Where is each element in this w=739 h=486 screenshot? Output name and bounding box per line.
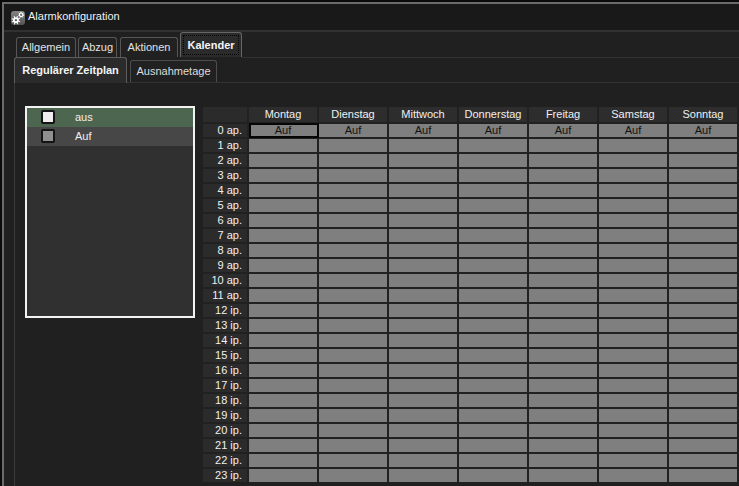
schedule-cell[interactable] <box>319 259 387 273</box>
schedule-cell[interactable] <box>319 274 387 288</box>
schedule-cell[interactable] <box>459 274 527 288</box>
schedule-cell[interactable] <box>599 169 667 183</box>
schedule-cell[interactable]: Auf <box>529 124 597 138</box>
schedule-cell[interactable] <box>459 319 527 333</box>
schedule-cell[interactable] <box>599 244 667 258</box>
schedule-cell[interactable] <box>599 409 667 423</box>
schedule-cell[interactable] <box>249 319 317 333</box>
schedule-cell[interactable] <box>249 439 317 453</box>
schedule-cell[interactable] <box>249 454 317 468</box>
schedule-cell[interactable] <box>249 184 317 198</box>
schedule-cell[interactable] <box>249 169 317 183</box>
schedule-cell[interactable] <box>249 379 317 393</box>
schedule-cell[interactable] <box>669 424 737 438</box>
schedule-cell[interactable] <box>529 394 597 408</box>
schedule-cell[interactable] <box>669 394 737 408</box>
schedule-cell[interactable] <box>319 289 387 303</box>
schedule-cell[interactable] <box>459 214 527 228</box>
schedule-cell[interactable] <box>459 424 527 438</box>
schedule-cell[interactable] <box>249 349 317 363</box>
schedule-cell[interactable] <box>249 394 317 408</box>
schedule-cell[interactable] <box>669 229 737 243</box>
schedule-cell[interactable] <box>529 274 597 288</box>
schedule-cell[interactable] <box>389 259 457 273</box>
schedule-cell[interactable] <box>669 304 737 318</box>
schedule-cell[interactable] <box>669 349 737 363</box>
schedule-cell[interactable] <box>459 394 527 408</box>
schedule-cell[interactable] <box>389 319 457 333</box>
schedule-cell[interactable] <box>599 184 667 198</box>
schedule-cell[interactable] <box>529 319 597 333</box>
schedule-cell[interactable] <box>529 259 597 273</box>
schedule-cell[interactable] <box>389 394 457 408</box>
schedule-cell[interactable] <box>669 469 737 483</box>
schedule-cell[interactable] <box>249 469 317 483</box>
schedule-cell[interactable] <box>319 469 387 483</box>
schedule-cell[interactable] <box>669 169 737 183</box>
schedule-cell[interactable]: Auf <box>389 124 457 138</box>
schedule-cell[interactable] <box>529 364 597 378</box>
state-list-item-auf[interactable]: Auf <box>27 127 193 146</box>
schedule-cell[interactable] <box>389 199 457 213</box>
schedule-cell[interactable] <box>599 304 667 318</box>
tab-abzug[interactable]: Abzug <box>78 37 117 57</box>
schedule-cell[interactable] <box>459 229 527 243</box>
schedule-cell[interactable] <box>249 364 317 378</box>
schedule-cell[interactable] <box>529 454 597 468</box>
schedule-cell[interactable] <box>459 259 527 273</box>
schedule-cell[interactable] <box>459 139 527 153</box>
schedule-cell[interactable] <box>529 379 597 393</box>
schedule-cell[interactable] <box>389 379 457 393</box>
schedule-cell[interactable] <box>599 154 667 168</box>
schedule-cell[interactable] <box>459 169 527 183</box>
schedule-cell[interactable] <box>529 214 597 228</box>
schedule-cell[interactable] <box>389 469 457 483</box>
schedule-cell[interactable] <box>389 289 457 303</box>
schedule-cell[interactable] <box>599 439 667 453</box>
subtab-exception-days[interactable]: Ausnahmetage <box>130 60 217 82</box>
schedule-cell[interactable] <box>529 199 597 213</box>
schedule-cell[interactable] <box>459 379 527 393</box>
titlebar[interactable]: Alarmkonfiguration <box>4 4 739 32</box>
schedule-cell[interactable] <box>389 244 457 258</box>
schedule-cell[interactable] <box>459 439 527 453</box>
schedule-cell[interactable] <box>249 334 317 348</box>
schedule-cell[interactable] <box>599 199 667 213</box>
schedule-cell[interactable] <box>389 229 457 243</box>
schedule-cell[interactable] <box>599 139 667 153</box>
schedule-cell[interactable] <box>669 244 737 258</box>
schedule-cell[interactable] <box>599 469 667 483</box>
schedule-cell[interactable] <box>319 214 387 228</box>
schedule-cell[interactable] <box>319 304 387 318</box>
schedule-cell[interactable] <box>249 244 317 258</box>
schedule-cell[interactable] <box>319 424 387 438</box>
schedule-cell[interactable] <box>319 334 387 348</box>
schedule-cell[interactable] <box>249 304 317 318</box>
schedule-cell[interactable] <box>599 289 667 303</box>
schedule-cell[interactable] <box>249 154 317 168</box>
schedule-cell[interactable] <box>389 454 457 468</box>
schedule-cell[interactable] <box>459 349 527 363</box>
schedule-cell[interactable] <box>389 334 457 348</box>
schedule-cell[interactable] <box>599 319 667 333</box>
schedule-cell[interactable] <box>459 199 527 213</box>
schedule-cell[interactable] <box>319 319 387 333</box>
schedule-cell[interactable] <box>599 364 667 378</box>
schedule-cell[interactable] <box>669 154 737 168</box>
schedule-cell[interactable] <box>599 424 667 438</box>
schedule-cell[interactable] <box>669 139 737 153</box>
schedule-cell[interactable] <box>389 214 457 228</box>
schedule-cell[interactable] <box>319 184 387 198</box>
schedule-cell[interactable] <box>529 469 597 483</box>
schedule-cell[interactable] <box>599 229 667 243</box>
schedule-cell[interactable] <box>459 304 527 318</box>
schedule-cell[interactable] <box>319 349 387 363</box>
subtab-regular-schedule[interactable]: Regulärer Zeitplan <box>14 57 127 83</box>
schedule-cell[interactable]: Auf <box>319 124 387 138</box>
schedule-cell[interactable] <box>389 424 457 438</box>
schedule-cell[interactable]: Auf <box>669 124 737 138</box>
schedule-cell[interactable] <box>249 199 317 213</box>
schedule-cell[interactable] <box>459 289 527 303</box>
schedule-cell[interactable] <box>389 139 457 153</box>
schedule-cell[interactable] <box>459 334 527 348</box>
